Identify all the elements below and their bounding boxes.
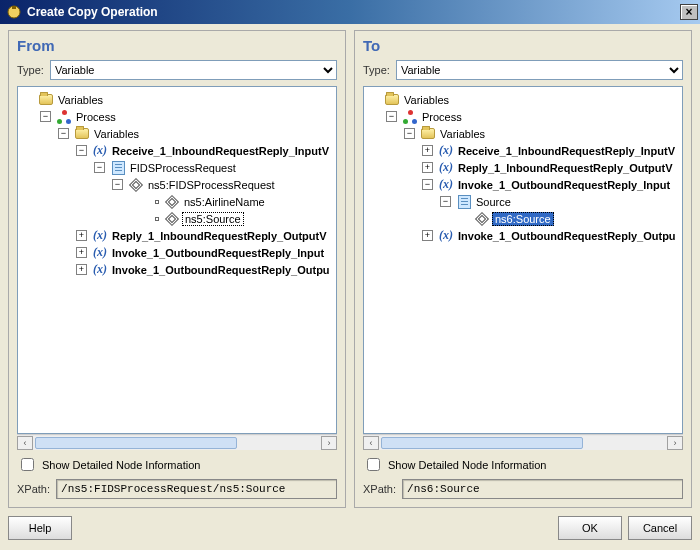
toggle-icon[interactable]: − bbox=[40, 111, 51, 122]
from-heading: From bbox=[17, 37, 337, 54]
dialog-body: From Type: Variable Variables −Process bbox=[0, 24, 700, 550]
folder-icon bbox=[384, 92, 400, 108]
variable-icon: x bbox=[438, 228, 454, 244]
document-icon bbox=[456, 194, 472, 210]
from-tree[interactable]: Variables −Process −Variables −x bbox=[17, 86, 337, 434]
scroll-thumb[interactable] bbox=[35, 437, 237, 449]
process-icon bbox=[402, 109, 418, 125]
variable-icon: x bbox=[92, 262, 108, 278]
variable-icon: x bbox=[438, 143, 454, 159]
tree-item-selected[interactable]: ns6:Source bbox=[492, 212, 554, 226]
from-type-label: Type: bbox=[17, 64, 44, 76]
scroll-left-icon[interactable]: ‹ bbox=[363, 436, 379, 450]
attribute-icon bbox=[146, 194, 162, 210]
variable-icon: x bbox=[438, 177, 454, 193]
variable-icon: x bbox=[92, 143, 108, 159]
from-type-select[interactable]: Variable bbox=[50, 60, 337, 80]
toggle-icon[interactable]: + bbox=[422, 162, 433, 173]
to-type-label: Type: bbox=[363, 64, 390, 76]
from-show-detail-label: Show Detailed Node Information bbox=[42, 459, 200, 471]
tree-item[interactable]: Receive_1_InboundRequestReply_InputV bbox=[456, 145, 677, 157]
element-icon bbox=[128, 177, 144, 193]
toggle-icon[interactable]: − bbox=[112, 179, 123, 190]
tree-item[interactable]: Receive_1_InboundRequestReply_InputV bbox=[110, 145, 331, 157]
help-button[interactable]: Help bbox=[8, 516, 72, 540]
from-xpath-label: XPath: bbox=[17, 483, 50, 495]
attribute-icon bbox=[146, 211, 162, 227]
element-icon bbox=[164, 194, 180, 210]
tree-item-selected[interactable]: ns5:Source bbox=[182, 212, 244, 226]
toggle-icon[interactable]: − bbox=[440, 196, 451, 207]
scroll-right-icon[interactable]: › bbox=[667, 436, 683, 450]
toggle-icon[interactable]: + bbox=[76, 264, 87, 275]
document-icon bbox=[110, 160, 126, 176]
tree-item[interactable]: Invoke_1_OutboundRequestReply_Outpu bbox=[110, 264, 332, 276]
variable-icon: x bbox=[438, 160, 454, 176]
element-icon bbox=[474, 211, 490, 227]
tree-item[interactable]: FIDSProcessRequest bbox=[128, 162, 238, 174]
folder-icon bbox=[38, 92, 54, 108]
tree-root-label: Variables bbox=[56, 94, 105, 106]
to-pane: To Type: Variable Variables −Process bbox=[354, 30, 692, 508]
to-type-select[interactable]: Variable bbox=[396, 60, 683, 80]
scroll-thumb[interactable] bbox=[381, 437, 583, 449]
variable-icon: x bbox=[92, 245, 108, 261]
ok-button[interactable]: OK bbox=[558, 516, 622, 540]
tree-item[interactable]: ns5:FIDSProcessRequest bbox=[146, 179, 277, 191]
toggle-icon[interactable]: − bbox=[58, 128, 69, 139]
tree-root-label: Variables bbox=[402, 94, 451, 106]
to-tree[interactable]: Variables −Process −Variables +xReceive_… bbox=[363, 86, 683, 434]
to-heading: To bbox=[363, 37, 683, 54]
toggle-icon[interactable]: − bbox=[386, 111, 397, 122]
toggle-icon[interactable]: − bbox=[404, 128, 415, 139]
folder-icon bbox=[420, 126, 436, 142]
window-title: Create Copy Operation bbox=[27, 5, 680, 19]
tree-vars-label: Variables bbox=[92, 128, 141, 140]
tree-item[interactable]: Source bbox=[474, 196, 513, 208]
toggle-icon[interactable]: + bbox=[76, 247, 87, 258]
to-xpath-label: XPath: bbox=[363, 483, 396, 495]
toggle-icon[interactable]: + bbox=[422, 230, 433, 241]
from-show-detail-checkbox[interactable] bbox=[21, 458, 34, 471]
variable-icon: x bbox=[92, 228, 108, 244]
toggle-icon[interactable]: − bbox=[76, 145, 87, 156]
to-show-detail-label: Show Detailed Node Information bbox=[388, 459, 546, 471]
from-scrollbar[interactable]: ‹ › bbox=[17, 434, 337, 450]
toggle-icon[interactable]: + bbox=[76, 230, 87, 241]
toggle-icon[interactable]: + bbox=[422, 145, 433, 156]
tree-vars-label: Variables bbox=[438, 128, 487, 140]
tree-item[interactable]: Reply_1_InboundRequestReply_OutputV bbox=[110, 230, 329, 242]
to-show-detail-checkbox[interactable] bbox=[367, 458, 380, 471]
button-bar: Help OK Cancel bbox=[8, 516, 692, 540]
tree-item[interactable]: Invoke_1_OutboundRequestReply_Input bbox=[110, 247, 326, 259]
tree-process-label: Process bbox=[74, 111, 118, 123]
close-button[interactable]: × bbox=[680, 4, 698, 20]
element-icon bbox=[164, 211, 180, 227]
svg-rect-1 bbox=[12, 6, 16, 9]
titlebar: Create Copy Operation × bbox=[0, 0, 700, 24]
tree-item[interactable]: Reply_1_InboundRequestReply_OutputV bbox=[456, 162, 675, 174]
to-scrollbar[interactable]: ‹ › bbox=[363, 434, 683, 450]
tree-process-label: Process bbox=[420, 111, 464, 123]
from-xpath-input[interactable] bbox=[56, 479, 337, 499]
scroll-right-icon[interactable]: › bbox=[321, 436, 337, 450]
tree-item[interactable]: Invoke_1_OutboundRequestReply_Outpu bbox=[456, 230, 678, 242]
toggle-icon[interactable]: − bbox=[94, 162, 105, 173]
toggle-icon[interactable]: − bbox=[422, 179, 433, 190]
cancel-button[interactable]: Cancel bbox=[628, 516, 692, 540]
tree-item[interactable]: Invoke_1_OutboundRequestReply_Input bbox=[456, 179, 672, 191]
folder-icon bbox=[74, 126, 90, 142]
tree-item[interactable]: ns5:AirlineName bbox=[182, 196, 267, 208]
to-xpath-input[interactable] bbox=[402, 479, 683, 499]
app-icon bbox=[6, 4, 22, 20]
from-pane: From Type: Variable Variables −Process bbox=[8, 30, 346, 508]
process-icon bbox=[56, 109, 72, 125]
scroll-left-icon[interactable]: ‹ bbox=[17, 436, 33, 450]
